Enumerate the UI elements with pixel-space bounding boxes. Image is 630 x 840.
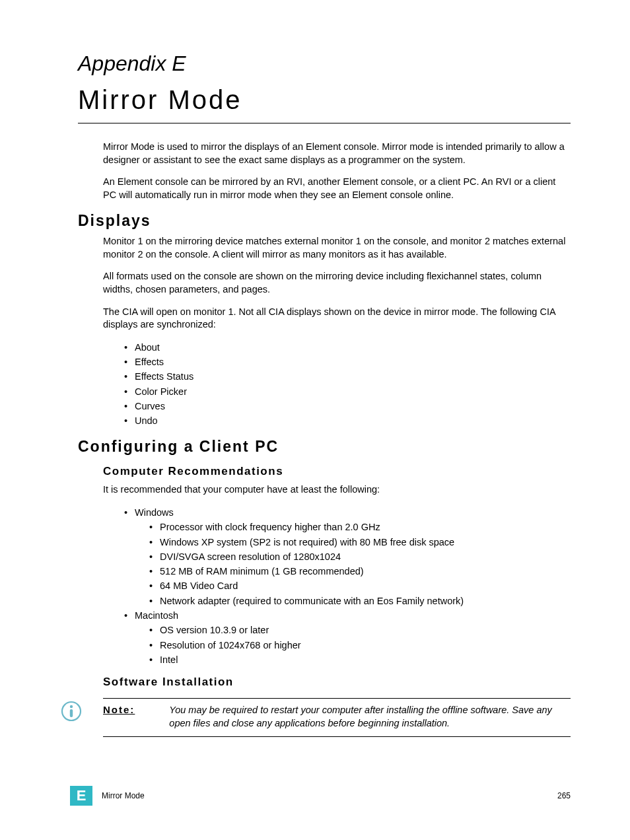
list-item: Processor with clock frequency higher th… [160,520,571,534]
cia-list: About Effects Effects Status Color Picke… [103,341,571,428]
svg-rect-2 [70,709,73,717]
page-title: Mirror Mode [78,85,571,123]
svg-point-1 [70,705,73,708]
list-item: Curves [135,400,571,413]
list-item: Color Picker [135,385,571,398]
list-item: Effects Status [135,370,571,383]
macintosh-label: Macintosh [135,610,178,621]
intro-paragraph: An Element console can be mirrored by an… [103,176,571,201]
list-item: OS version 10.3.9 or later [160,623,571,637]
displays-heading: Displays [78,212,571,230]
appendix-badge: E [70,786,92,806]
installation-heading: Software Installation [103,676,571,689]
list-item: Resolution of 1024x768 or higher [160,639,571,652]
list-item: 512 MB of RAM minimum (1 GB recommended) [160,565,571,578]
list-item: About [135,341,571,354]
windows-specs: Processor with clock frequency higher th… [135,520,571,608]
note-box: Note: You may be required to restart you… [103,698,571,737]
recommendations-intro: It is recommended that your computer hav… [103,483,571,497]
footer-title: Mirror Mode [102,791,557,800]
list-item-macintosh: Macintosh OS version 10.3.9 or later Res… [135,609,571,666]
note-text: You may be required to restart your comp… [169,704,571,730]
intro-section: Mirror Mode is used to mirror the displa… [78,141,571,201]
page-footer: E Mirror Mode 265 [0,786,630,806]
configuring-section: Computer Recommendations It is recommend… [78,465,571,737]
note-label: Note: [103,704,135,730]
list-item: Intel [160,653,571,666]
displays-paragraph: All formats used on the console are show… [103,270,571,296]
list-item: DVI/SVGA screen resolution of 1280x1024 [160,550,571,563]
macintosh-specs: OS version 10.3.9 or later Resolution of… [135,623,571,666]
page-number: 265 [557,791,571,800]
list-item: Undo [135,414,571,427]
list-item: Network adapter (required to communicate… [160,594,571,608]
note-block: Note: You may be required to restart you… [103,698,571,737]
info-icon [61,701,82,722]
list-item: 64 MB Video Card [160,579,571,592]
displays-section: Monitor 1 on the mirroring device matche… [78,235,571,427]
displays-paragraph: Monitor 1 on the mirroring device matche… [103,235,571,261]
list-item-windows: Windows Processor with clock frequency h… [135,506,571,608]
displays-paragraph: The CIA will open on monitor 1. Not all … [103,306,571,332]
list-item: Effects [135,355,571,368]
platform-list: Windows Processor with clock frequency h… [103,506,571,666]
recommendations-heading: Computer Recommendations [103,465,571,478]
intro-paragraph: Mirror Mode is used to mirror the displa… [103,141,571,166]
appendix-label: Appendix E [78,52,571,76]
windows-label: Windows [135,507,174,518]
configuring-heading: Configuring a Client PC [78,438,571,456]
page-content: Appendix E Mirror Mode Mirror Mode is us… [0,0,630,737]
list-item: Windows XP system (SP2 is not required) … [160,536,571,549]
